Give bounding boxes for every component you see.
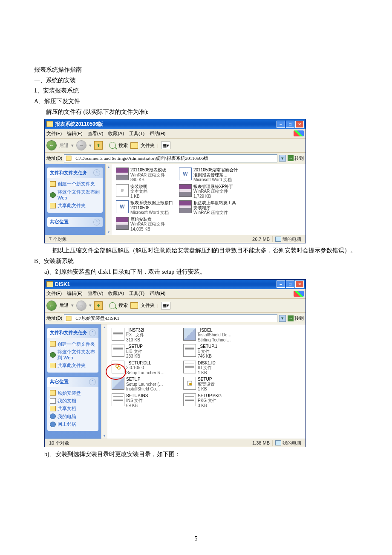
up-button[interactable]: [94, 301, 103, 310]
word-icon: W: [116, 200, 129, 213]
back-button[interactable]: ←: [46, 140, 57, 150]
menu-file[interactable]: 文件(F): [46, 130, 62, 137]
address-dropdown[interactable]: ▾: [279, 155, 286, 162]
address-field[interactable]: C:\原始安装盘\DISK1: [64, 314, 277, 322]
menu-fav[interactable]: 收藏(A): [108, 130, 124, 137]
task-publish[interactable]: 将这个文件夹发布到 Web: [50, 188, 100, 202]
panel-title: 其它位置: [50, 379, 69, 385]
folders-button[interactable]: 文件夹: [141, 142, 155, 149]
back-button[interactable]: ←: [46, 301, 57, 311]
menu-tools[interactable]: 工具(T): [129, 290, 144, 297]
up-button[interactable]: [94, 141, 103, 150]
folders-icon: [130, 302, 138, 309]
menu-help[interactable]: 帮助(H): [150, 130, 165, 137]
task-publish[interactable]: 将这个文件夹发布到 Web: [50, 348, 96, 362]
search-button[interactable]: 搜索: [118, 302, 128, 309]
go-button[interactable]: →转到: [288, 155, 304, 162]
file-item[interactable]: 安装说明文本文档1 KB: [114, 183, 177, 200]
file-size: 1 KB: [198, 370, 216, 376]
task-share[interactable]: 共享此文件夹: [50, 202, 100, 209]
file-item[interactable]: 报表管理系统XP补丁WinRAR 压缩文件1,729 KB: [177, 183, 240, 200]
gen-icon: [112, 328, 124, 341]
task-new-folder[interactable]: 创建一个新文件夹: [50, 340, 96, 348]
go-button[interactable]: →转到: [288, 315, 304, 321]
maximize-button[interactable]: □: [286, 121, 294, 128]
menu-file[interactable]: 文件(F): [46, 290, 62, 297]
menu-view[interactable]: 查看(V): [88, 130, 104, 137]
collapse-icon[interactable]: ⌃: [89, 379, 96, 385]
status-location: 我的电脑: [282, 440, 301, 446]
file-name: SETUP: [126, 377, 163, 382]
file-meta: WinRAR 压缩文件: [130, 222, 165, 227]
file-item[interactable]: 损益表上年度转换工具安装程序WinRAR 压缩文件: [177, 199, 240, 216]
folders-button[interactable]: 文件夹: [141, 302, 155, 309]
file-size: 3 KB: [198, 403, 222, 408]
forward-button[interactable]: →: [76, 140, 86, 150]
file-item[interactable]: W报表系统数据上报接口20110506Microsoft Word 文档: [114, 199, 177, 216]
menu-edit[interactable]: 编辑(E): [67, 130, 83, 137]
place-mydocs[interactable]: 我的文档: [50, 397, 96, 405]
svg-point-5: [118, 367, 120, 369]
close-button[interactable]: ✕: [295, 280, 304, 288]
file-meta: InstallShield De…: [198, 332, 231, 338]
file-item[interactable]: _SETUP.DLL3.0.105.0Setup Launcher R…: [110, 360, 182, 376]
panel-title: 文件和文件夹任务: [50, 330, 87, 336]
file-item[interactable]: DISK1.IDID 文件1 KB: [182, 360, 253, 376]
file-item[interactable]: SETUPSetup Launcher (…InstallShield Co…: [110, 376, 182, 393]
file-name: _INST32I: [126, 328, 144, 333]
task-share[interactable]: 共享此文件夹: [50, 361, 96, 369]
back-label: 后退: [59, 302, 69, 309]
titlebar[interactable]: 报表系统20110506版 ‒ □ ✕: [45, 119, 306, 129]
line-a: A、解压下发文件: [34, 97, 358, 106]
collapse-icon[interactable]: ⌃: [93, 169, 100, 176]
para-a: 把以上压缩文件全部解压解压（解压时注意原始安装盘解压到的目录数目不能太多，否则安…: [34, 246, 358, 255]
file-meta: 3.0.105.0: [126, 365, 165, 370]
menu-fav[interactable]: 收藏(A): [108, 290, 124, 297]
address-field[interactable]: C:\Documents and Settings\Administrator\…: [64, 154, 277, 162]
gen-icon: [183, 361, 196, 373]
collapse-icon[interactable]: ⌃: [89, 330, 96, 336]
scrollbar[interactable]: ▴▾: [105, 164, 112, 235]
file-item[interactable]: W20110506湖南省新会计准则报表管理系…Microsoft Word 文档: [177, 167, 240, 183]
minimize-button[interactable]: ‒: [277, 121, 285, 128]
statusbar: 10 个对象 1.38 MB 我的电脑: [45, 439, 306, 447]
file-item[interactable]: _INST32IEX_ 文件313 KB: [110, 327, 182, 344]
file-meta: 文本文档: [130, 189, 147, 194]
views-button[interactable]: ▦▾: [161, 142, 170, 149]
place-network[interactable]: 网上邻居: [50, 420, 96, 428]
file-size: 69 KB: [126, 403, 148, 408]
file-meta: 1 文件: [198, 349, 217, 354]
file-item[interactable]: SETUP配置设置1 KB: [182, 376, 253, 393]
titlebar[interactable]: DISK1 ‒ □ ✕: [45, 280, 306, 289]
menu-help[interactable]: 帮助(H): [150, 290, 165, 297]
status-count: 10 个对象: [46, 440, 72, 446]
file-item[interactable]: _SETUPLIB 文件233 KB: [110, 343, 182, 360]
menu-view[interactable]: 查看(V): [88, 290, 104, 297]
scrollbar[interactable]: ▴▾: [101, 324, 107, 439]
task-new-folder[interactable]: 创建一个新文件夹: [50, 180, 100, 188]
views-button[interactable]: ▦▾: [161, 302, 170, 309]
maximize-button[interactable]: □: [286, 280, 294, 288]
file-item[interactable]: _SETUP.11 文件746 KB: [182, 343, 253, 360]
menu-edit[interactable]: 编辑(E): [67, 290, 83, 297]
file-item[interactable]: SETUP.INSINS 文件69 KB: [110, 393, 182, 409]
exe-icon: [112, 377, 124, 390]
file-item[interactable]: 20110506报表模板WinRAR 压缩文件890 KB: [114, 167, 177, 183]
file-item[interactable]: 原始安装盘WinRAR 压缩文件14,005 KB: [114, 216, 177, 233]
address-dropdown[interactable]: ▾: [279, 315, 286, 322]
collapse-icon[interactable]: ⌃: [93, 219, 100, 225]
forward-button[interactable]: →: [76, 301, 86, 311]
minimize-button[interactable]: ‒: [277, 280, 285, 288]
close-button[interactable]: ✕: [295, 121, 304, 128]
place-shared[interactable]: 共享文档: [50, 405, 96, 412]
menu-tools[interactable]: 工具(T): [129, 130, 144, 137]
file-item[interactable]: SETUP.PKGPKG 文件3 KB: [182, 393, 253, 409]
search-button[interactable]: 搜索: [118, 142, 128, 149]
place-origdisk[interactable]: 原始安装盘: [50, 389, 96, 397]
place-mycomputer[interactable]: 我的电脑: [50, 413, 96, 420]
file-item[interactable]: _ISDELInstallShield De…Stirling Technol…: [182, 327, 253, 344]
panel-title: 其它位置: [50, 219, 69, 225]
search-icon: [109, 142, 116, 149]
sidebar: 文件和文件夹任务⌃ 创建一个新文件夹 将这个文件夹发布到 Web 共享此文件夹 …: [45, 324, 101, 439]
file-name: SETUP: [198, 377, 215, 382]
